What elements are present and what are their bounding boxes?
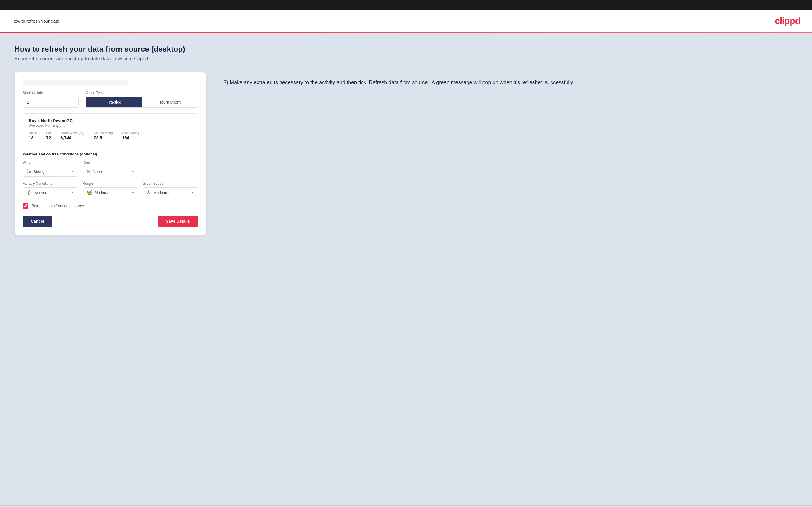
rain-select-wrapper: ☀ None Light Heavy ▼ bbox=[83, 166, 138, 177]
rain-icon: ☀ bbox=[87, 169, 91, 174]
rain-label: Rain bbox=[83, 160, 138, 164]
game-type-label: Game Type bbox=[86, 91, 198, 95]
fairway-group: Fairway Conditions 🏌 Normal Firm Soft ▼ bbox=[22, 181, 78, 198]
holes-label: Holes bbox=[29, 131, 37, 134]
content-area: Starting Hole 1 10 Game Type Practice To… bbox=[14, 72, 798, 235]
fairway-label: Fairway Conditions bbox=[22, 181, 78, 186]
rain-group: Rain ☀ None Light Heavy ▼ bbox=[83, 160, 138, 177]
form-panel: Starting Hole 1 10 Game Type Practice To… bbox=[14, 72, 206, 235]
fairway-icon: 🏌 bbox=[27, 190, 32, 195]
side-desc-text: 3) Make any extra edits necessary to the… bbox=[223, 78, 798, 87]
green-speed-label: Green Speed bbox=[143, 181, 198, 186]
course-rating-value: 72.5 bbox=[94, 135, 113, 140]
holes-value: 18 bbox=[29, 135, 37, 140]
wind-select[interactable]: Strong None Light Moderate bbox=[33, 169, 70, 174]
game-type-toggle: Practice Tournament bbox=[86, 97, 198, 108]
logo: clippd bbox=[775, 16, 800, 26]
save-button[interactable]: Save Details bbox=[158, 216, 198, 227]
starting-hole-group: Starting Hole 1 10 bbox=[22, 91, 79, 108]
yards-label: Yards/White (M)) bbox=[60, 131, 84, 134]
course-rating-label: Course rating bbox=[94, 131, 113, 134]
green-speed-group: Green Speed ⏱ Moderate Slow Fast ▼ bbox=[143, 181, 198, 198]
main-content: How to refresh your data from source (de… bbox=[0, 33, 812, 505]
slope-rating-stat: Slope rating 134 bbox=[122, 131, 139, 140]
green-speed-select-wrapper: ⏱ Moderate Slow Fast ▼ bbox=[143, 187, 198, 198]
rough-label: Rough bbox=[83, 181, 138, 186]
par-value: 72 bbox=[46, 135, 51, 140]
green-speed-select[interactable]: Moderate Slow Fast bbox=[153, 190, 190, 195]
fairway-select[interactable]: Normal Firm Soft bbox=[35, 190, 70, 195]
page-subtitle: Ensure the correct and most up to date d… bbox=[14, 56, 798, 62]
top-bar bbox=[0, 0, 812, 10]
course-location: Westward Ho!, England bbox=[29, 123, 192, 128]
holes-stat: Holes 18 bbox=[29, 131, 37, 140]
wind-group: Wind 🌬 Strong None Light Moderate ▼ bbox=[22, 160, 78, 177]
rough-chevron-icon: ▼ bbox=[131, 191, 134, 194]
weather-section-label: Weather and course conditions (optional) bbox=[22, 152, 198, 156]
btn-row: Cancel Save Details bbox=[22, 216, 198, 227]
wind-chevron-icon: ▼ bbox=[71, 170, 74, 173]
fairway-chevron-icon: ▼ bbox=[71, 191, 74, 194]
starting-hole-select-wrapper: 1 10 bbox=[22, 97, 79, 108]
cancel-button[interactable]: Cancel bbox=[22, 216, 52, 227]
wind-label: Wind bbox=[22, 160, 78, 164]
placeholder-group bbox=[143, 160, 198, 177]
page-title: How to refresh your data from source (de… bbox=[14, 45, 798, 54]
form-top-hint bbox=[22, 80, 128, 85]
wind-rain-row: Wind 🌬 Strong None Light Moderate ▼ Rain bbox=[22, 160, 198, 177]
green-speed-chevron-icon: ▼ bbox=[191, 191, 194, 194]
refresh-checkbox-label: Refresh shots from data source bbox=[31, 204, 84, 208]
course-name: Royal North Devon GC, bbox=[29, 118, 192, 123]
yards-value: 6,744 bbox=[60, 135, 84, 140]
rough-select[interactable]: Moderate Light Heavy bbox=[95, 190, 130, 195]
rough-group: Rough 🌿 Moderate Light Heavy ▼ bbox=[83, 181, 138, 198]
tournament-button[interactable]: Tournament bbox=[142, 97, 198, 107]
wind-icon: 🌬 bbox=[27, 169, 31, 174]
wind-select-wrapper: 🌬 Strong None Light Moderate ▼ bbox=[22, 166, 78, 177]
fairway-rough-green-row: Fairway Conditions 🏌 Normal Firm Soft ▼ … bbox=[22, 181, 198, 198]
slope-rating-label: Slope rating bbox=[122, 131, 139, 134]
starting-hole-label: Starting Hole bbox=[22, 91, 79, 95]
footer: Copyright Clippd 2022 bbox=[0, 505, 812, 507]
fairway-select-wrapper: 🏌 Normal Firm Soft ▼ bbox=[22, 187, 78, 198]
par-stat: Par 72 bbox=[46, 131, 51, 140]
rough-icon: 🌿 bbox=[87, 190, 92, 195]
slope-rating-value: 134 bbox=[122, 135, 139, 140]
green-speed-icon: ⏱ bbox=[146, 190, 151, 195]
par-label: Par bbox=[46, 131, 51, 134]
rain-select[interactable]: None Light Heavy bbox=[93, 169, 130, 174]
side-description: 3) Make any extra edits necessary to the… bbox=[223, 72, 798, 87]
course-stats: Holes 18 Par 72 Yards/White (M)) 6,744 C… bbox=[29, 131, 192, 140]
rain-chevron-icon: ▼ bbox=[131, 170, 134, 173]
header: How to refresh your data clippd bbox=[0, 10, 812, 32]
starting-hole-select[interactable]: 1 10 bbox=[22, 97, 79, 108]
practice-button[interactable]: Practice bbox=[86, 97, 142, 107]
course-rating-stat: Course rating 72.5 bbox=[94, 131, 113, 140]
refresh-checkbox[interactable] bbox=[22, 203, 29, 209]
refresh-checkbox-row: Refresh shots from data source bbox=[22, 203, 198, 209]
rough-select-wrapper: 🌿 Moderate Light Heavy ▼ bbox=[83, 187, 138, 198]
game-type-group: Game Type Practice Tournament bbox=[86, 91, 198, 108]
header-title: How to refresh your data bbox=[12, 18, 59, 23]
course-info-box: Royal North Devon GC, Westward Ho!, Engl… bbox=[22, 113, 198, 145]
form-top-row: Starting Hole 1 10 Game Type Practice To… bbox=[22, 91, 198, 108]
yards-stat: Yards/White (M)) 6,744 bbox=[60, 131, 84, 140]
